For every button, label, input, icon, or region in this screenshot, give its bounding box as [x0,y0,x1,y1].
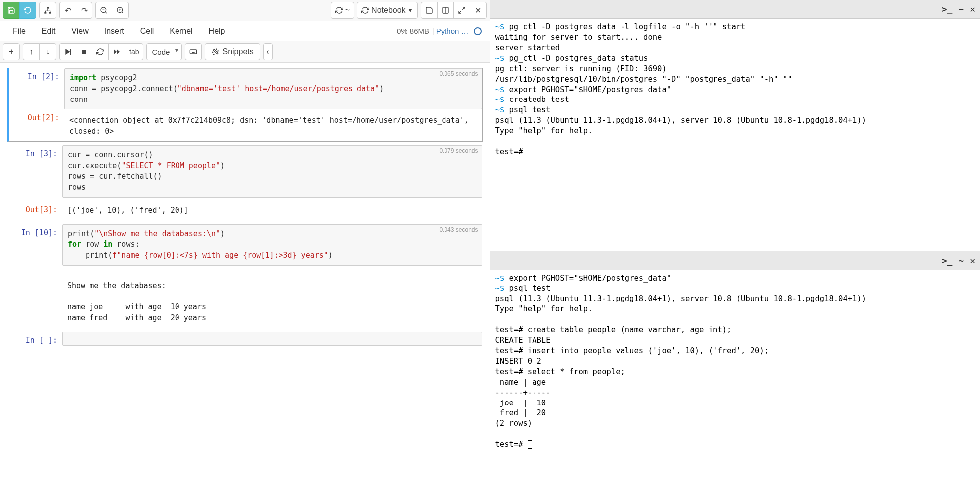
cell-output: <connection object at 0x7f7c214b09c8; ds… [64,111,482,141]
svg-rect-15 [70,49,71,55]
svg-marker-17 [114,49,117,55]
code-cell[interactable]: In [ ]: [7,331,483,349]
terminal-tilde[interactable]: ~ [958,4,964,14]
terminal-header: >_ ~ ✕ [490,0,980,19]
time-travel-button[interactable] [19,2,36,19]
code-cell[interactable]: In [2]: 0.065 seconds import psycopg2 co… [7,68,483,142]
redo-button[interactable]: ↷ [76,2,92,19]
svg-rect-16 [82,50,86,54]
code-cell[interactable]: In [3]: 0.079 seconds cur = conn.cursor(… [7,145,483,198]
restart-button[interactable] [92,43,109,60]
sitemap-button[interactable] [39,2,56,19]
tilde-label: ~ [345,6,350,15]
code-input[interactable]: import psycopg2 conn = psycopg2.connect(… [64,68,482,109]
menu-help[interactable]: Help [201,23,233,40]
cell-timing: 0.079 seconds [439,147,478,154]
code-input[interactable]: print("\nShow me the databases:\n") for … [62,224,482,266]
cell-output: Show me the databases: name joe with age… [62,266,482,328]
menu-bar: File Edit View Insert Cell Kernel Help 0… [0,21,490,41]
menu-file[interactable]: File [5,23,34,40]
output-row: Out[3]: [('joe', 10), ('fred', 20)] [7,201,483,221]
notebook-pane: ↶ ↷ ~ Notebook ▼ [0,0,490,502]
notebook-dropdown-label: Notebook [371,6,406,15]
snippets-button[interactable]: Snippets [205,43,260,60]
fullscreen-button[interactable] [453,2,470,19]
menu-view[interactable]: View [63,23,96,40]
terminal-header: >_ ~ ✕ [490,251,980,270]
terminal-tilde[interactable]: ~ [958,255,964,266]
top-toolbar: ↶ ↷ ~ Notebook ▼ [0,0,490,21]
notebook-area[interactable]: In [2]: 0.065 seconds import psycopg2 co… [0,63,490,502]
terminal-icon[interactable]: >_ [942,255,953,266]
keyboard-button[interactable] [185,43,202,60]
svg-rect-2 [49,12,51,13]
code-input[interactable] [62,332,482,346]
split-view-button[interactable] [437,2,454,19]
undo-button[interactable]: ↶ [59,2,76,19]
kernel-status-icon [474,27,482,35]
terminal-panes: >_ ~ ✕ ~$ pg_ctl -D postgres_data -l log… [490,0,980,502]
code-cell[interactable]: In [10]: 0.043 seconds print("\nShow me … [7,224,483,328]
svg-rect-1 [44,12,46,13]
zoom-out-button[interactable] [95,2,112,19]
kernel-name[interactable]: Python … [434,27,471,35]
terminal-close-icon[interactable]: ✕ [970,255,975,266]
memory-status: 0% 86MB [394,27,432,35]
svg-marker-18 [117,49,120,55]
menu-edit[interactable]: Edit [34,23,64,40]
save-alt-button[interactable] [421,2,438,19]
svg-line-13 [459,11,461,13]
in-prompt: In [10]: [7,224,62,328]
save-button[interactable] [3,2,20,19]
svg-line-7 [122,12,123,13]
cell-timing: 0.065 seconds [439,70,478,77]
terminal-icon[interactable]: >_ [942,4,953,14]
notebook-dropdown[interactable]: Notebook ▼ [357,2,417,19]
tab-button[interactable]: tab [125,43,143,60]
cell-type-select[interactable]: Code [146,43,182,60]
insert-cell-button[interactable]: + [3,43,20,60]
close-button[interactable]: ✕ [470,2,487,19]
cell-timing: 0.043 seconds [439,226,478,233]
kernel-refresh-dropdown[interactable]: ~ [331,2,354,19]
terminal-body[interactable]: ~$ pg_ctl -D postgres_data -l logfile -o… [490,19,980,251]
move-down-button[interactable]: ↓ [39,43,56,60]
in-prompt: In [3]: [7,145,62,198]
stop-button[interactable] [76,43,92,60]
cell-toolbar: + ↑ ↓ tab [0,41,490,63]
zoom-in-button[interactable] [112,2,129,19]
terminal-pane-2: >_ ~ ✕ ~$ export PGHOST="$HOME/postgres_… [490,251,980,502]
menu-cell[interactable]: Cell [132,23,162,40]
terminal-close-icon[interactable]: ✕ [970,4,975,14]
run-all-button[interactable] [108,43,125,60]
menu-kernel[interactable]: Kernel [162,23,200,40]
overflow-button[interactable]: ‹ [263,43,273,60]
svg-rect-0 [47,7,49,8]
in-prompt: In [ ]: [7,332,62,349]
chevron-down-icon: ▼ [408,7,413,13]
snippets-label: Snippets [222,47,253,56]
code-input[interactable]: cur = conn.cursor() cur.execute("SELECT … [62,145,482,198]
move-up-button[interactable]: ↑ [23,43,40,60]
run-button[interactable] [59,43,76,60]
svg-line-12 [462,7,465,10]
svg-marker-14 [65,49,70,55]
terminal-pane-1: >_ ~ ✕ ~$ pg_ctl -D postgres_data -l log… [490,0,980,251]
svg-rect-19 [190,50,197,54]
in-prompt: In [2]: [9,68,64,141]
cell-output: [('joe', 10), ('fred', 20)] [62,201,482,220]
menu-insert[interactable]: Insert [96,23,132,40]
out-prompt: Out[3]: [7,201,62,220]
out-prompt: Out[2]: [9,109,64,126]
svg-line-4 [105,12,107,13]
terminal-body[interactable]: ~$ export PGHOST="$HOME/postgres_data" ~… [490,270,980,502]
